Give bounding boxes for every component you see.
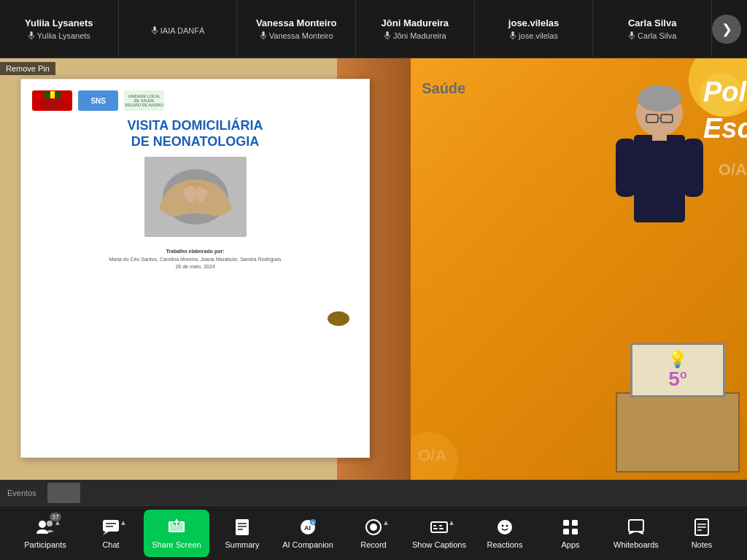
participant-jose[interactable]: jose.vilelas jose.vilelas xyxy=(475,0,594,58)
reactions-button[interactable]: Reactions xyxy=(472,510,538,557)
participant-iaia[interactable]: IAIA DANFÁ xyxy=(119,0,238,58)
svg-marker-34 xyxy=(103,532,109,535)
chevron-right-icon: ❯ xyxy=(721,21,732,37)
chat-icon xyxy=(101,518,120,537)
show-captions-button[interactable]: ▲ Show Captions xyxy=(406,510,472,557)
svg-point-54 xyxy=(370,524,377,531)
participants-button[interactable]: 37 ▲ Participants xyxy=(12,510,78,557)
captions-caret-icon: ▲ xyxy=(448,518,455,526)
svg-rect-57 xyxy=(433,528,438,529)
slide-footer: Trabalho elaborado por: Maria do Céu San… xyxy=(109,248,281,271)
summary-label: Summary xyxy=(225,540,259,549)
logo-republica: REPÚBLICAPORTUGUESASAÚDE xyxy=(32,90,72,111)
speaker-figure xyxy=(594,73,725,270)
notes-label: Notes xyxy=(692,540,713,549)
svg-rect-24 xyxy=(634,135,685,222)
slide-logos: REPÚBLICAPORTUGUESASAÚDE SNS UNIDADE LOC… xyxy=(32,90,358,111)
record-icon xyxy=(364,518,383,537)
reactions-label: Reactions xyxy=(487,540,523,549)
chat-caret-icon: ▲ xyxy=(120,518,127,526)
main-content-area: REPÚBLICAPORTUGUESASAÚDE SNS UNIDADE LOC… xyxy=(0,58,747,480)
eventos-label: Eventos xyxy=(0,489,44,497)
record-caret-icon: ▲ xyxy=(382,518,390,526)
summary-icon xyxy=(233,518,252,537)
podium-screen: 💡 5o xyxy=(630,343,725,397)
participant-name-bottom: IAIA DANFÁ xyxy=(151,26,205,35)
participant-bar: Yuliia Lysanets Yuliia Lysanets IAIA DAN… xyxy=(0,0,747,58)
svg-point-62 xyxy=(506,525,508,527)
participant-joni[interactable]: Jôni Madureira Jôni Madureira xyxy=(356,0,475,58)
svg-marker-43 xyxy=(174,519,179,523)
saude-text: Saúde xyxy=(422,80,465,97)
whiteboards-icon xyxy=(627,518,646,537)
nav-next-button[interactable]: ❯ xyxy=(712,15,741,44)
participant-name-bottom: Yuliia Lysanets xyxy=(28,31,90,40)
notes-icon xyxy=(692,518,711,537)
logo-uls: UNIDADE LOCALDE SAÚDEREGIÃO DE AVEIRO xyxy=(124,90,164,111)
show-captions-label: Show Captions xyxy=(412,540,466,549)
participant-name-bottom: Jôni Madureira xyxy=(384,31,446,40)
show-captions-icon-wrapper: ▲ xyxy=(429,517,449,537)
participant-name-top: jose.vilelas xyxy=(508,18,559,28)
oa-decoration-right: O/A xyxy=(719,160,747,179)
apps-icon xyxy=(561,518,580,537)
participants-label: Participants xyxy=(24,540,66,549)
participants-icon-wrapper: 37 ▲ xyxy=(35,517,55,537)
slide-frame: REPÚBLICAPORTUGUESASAÚDE SNS UNIDADE LOC… xyxy=(20,79,370,458)
svg-rect-6 xyxy=(386,31,388,36)
eventos-bar: Eventos xyxy=(0,480,747,505)
svg-rect-25 xyxy=(616,139,636,197)
chat-icon-wrapper: ▲ xyxy=(101,517,121,537)
share-screen-label: Share Screen xyxy=(152,540,201,549)
apps-label: Apps xyxy=(561,540,579,549)
svg-rect-33 xyxy=(103,520,119,532)
remove-pin-button[interactable]: Remove Pin xyxy=(0,62,55,75)
notes-button[interactable]: Notes xyxy=(669,510,735,557)
svg-rect-58 xyxy=(439,525,442,526)
svg-rect-67 xyxy=(629,520,643,532)
participant-name-top: Vanessa Monteiro xyxy=(256,18,337,28)
svg-rect-55 xyxy=(431,522,447,532)
svg-rect-59 xyxy=(439,528,444,529)
whiteboards-button[interactable]: Whiteboards xyxy=(603,510,669,557)
participant-yuliia[interactable]: Yuliia Lysanets Yuliia Lysanets xyxy=(0,0,119,58)
circle-decoration xyxy=(411,432,458,480)
share-screen-icon-wrapper xyxy=(166,517,187,537)
participant-name-bottom: Vanessa Monteiro xyxy=(260,31,333,40)
share-screen-button[interactable]: Share Screen xyxy=(144,510,209,557)
chat-button[interactable]: ▲ Chat xyxy=(78,510,144,557)
svg-rect-30 xyxy=(652,133,667,141)
thumbnail-preview xyxy=(47,483,80,503)
speaker-background: Saúde Poli Esco xyxy=(411,58,747,480)
svg-text:AI: AI xyxy=(304,524,311,532)
svg-point-61 xyxy=(502,525,504,527)
logo-sns: SNS xyxy=(78,90,118,111)
participant-name-top: Carla Silva xyxy=(628,18,677,28)
participant-vanessa[interactable]: Vanessa Monteiro Vanessa Monteiro xyxy=(237,0,356,58)
podium: 💡 5o xyxy=(616,392,740,472)
participant-carla[interactable]: Carla Silva Carla Silva xyxy=(593,0,712,58)
participant-name-bottom: Carla Silva xyxy=(628,31,676,40)
toolbar: 37 ▲ Participants ▲ Chat xyxy=(0,505,747,560)
record-button[interactable]: ▲ Record xyxy=(341,510,406,557)
apps-button[interactable]: Apps xyxy=(538,510,603,557)
summary-button[interactable]: Summary xyxy=(209,510,275,557)
svg-rect-56 xyxy=(433,525,436,526)
ai-companion-button[interactable]: AI ✦ AI Companion xyxy=(275,510,341,557)
svg-point-21 xyxy=(204,187,208,190)
svg-rect-2 xyxy=(153,26,155,31)
svg-point-18 xyxy=(191,182,196,187)
svg-point-32 xyxy=(47,521,53,526)
ai-companion-icon: AI ✦ xyxy=(298,518,317,537)
svg-point-19 xyxy=(196,182,201,187)
record-icon-wrapper: ▲ xyxy=(363,517,384,537)
apps-icon-wrapper xyxy=(560,517,581,537)
participants-caret-icon: ▲ xyxy=(54,518,61,526)
participant-name-top: Yuliia Lysanets xyxy=(25,18,93,28)
svg-rect-8 xyxy=(511,31,514,36)
participant-name-top: Jôni Madureira xyxy=(382,18,449,28)
chat-label: Chat xyxy=(102,540,119,549)
svg-rect-4 xyxy=(262,31,264,36)
show-captions-icon xyxy=(430,518,449,537)
slide-hands-image xyxy=(144,157,247,237)
